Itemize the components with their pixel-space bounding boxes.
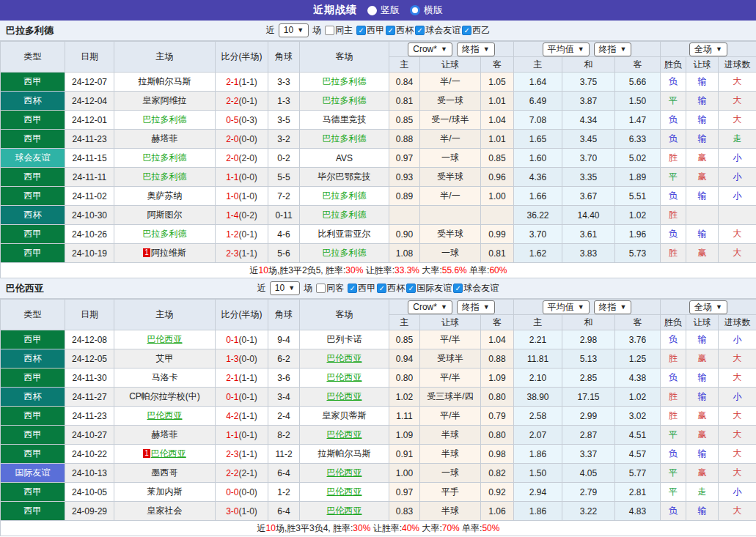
odds-away-cell: 0.80: [481, 426, 514, 445]
league-filter[interactable]: ✓西甲: [348, 282, 375, 295]
team-name[interactable]: 巴伦西亚: [151, 448, 186, 459]
checkbox-checked-icon[interactable]: ✓: [406, 284, 416, 293]
result-cell: 负: [661, 369, 686, 388]
avg-home-cell: 1.86: [514, 445, 562, 464]
summary-part: 让胜率:: [370, 523, 402, 533]
checkbox-checked-icon[interactable]: ✓: [462, 26, 471, 35]
handicap-result-cell: 输: [686, 225, 719, 244]
team-name[interactable]: 巴伦西亚: [327, 391, 362, 401]
date-cell: 24-10-30: [65, 206, 114, 225]
checkbox-checked-icon[interactable]: ✓: [348, 284, 357, 293]
fulltime-score: 1-3: [226, 354, 238, 364]
checkbox-checked-icon[interactable]: ✓: [356, 26, 366, 35]
average-select[interactable]: 平均值▼: [543, 300, 590, 314]
team-name[interactable]: 巴伦西亚: [327, 505, 362, 516]
team-name[interactable]: 巴伦西亚: [147, 410, 183, 421]
odds-away-cell: 0.79: [481, 407, 514, 426]
bookmaker-select[interactable]: Crow*▼: [408, 42, 452, 56]
team-name[interactable]: 巴伦西亚: [327, 429, 362, 440]
avg-home-cell: 3.70: [514, 225, 562, 244]
odds-stage-select[interactable]: 终指▼: [457, 42, 495, 56]
result-cell: 平: [661, 426, 686, 445]
goals-cell: 小: [719, 168, 756, 187]
league-filter[interactable]: ✓西乙: [462, 24, 490, 37]
fulltime-score: 2-0: [226, 153, 238, 163]
match-row: 西杯24-12-05艾甲1-3(0-0)6-2巴伦西亚0.94受球半0.8811…: [1, 349, 756, 369]
same-venue-filter[interactable]: 同主: [325, 24, 353, 37]
handicap-cell: 受一/球半: [420, 111, 481, 130]
league-filter[interactable]: ✓西甲: [356, 24, 384, 37]
bookmaker-group-header: Crow*▼ 终指▼: [389, 300, 514, 315]
results-table: 类型 日期 主场 比分(半场) 角球 客场 Crow*▼ 终指▼ 平均值▼ 终指…: [0, 41, 756, 278]
summary-part: 10: [259, 265, 268, 275]
match-type-cell: 西甲: [1, 426, 65, 445]
team-name[interactable]: 巴伦西亚: [327, 486, 362, 497]
average-group-header: 平均值▼ 终指▼: [514, 42, 661, 57]
radio-unselected-icon[interactable]: [367, 6, 377, 15]
avg-home-cell: 4.36: [514, 168, 562, 187]
avg-draw-cell: 3.37: [562, 445, 615, 464]
recent-count-value: 10: [284, 25, 293, 36]
fulltime-score: 0-0: [226, 487, 238, 497]
handicap-result-cell: 赢: [686, 426, 719, 445]
layout-option-horizontal[interactable]: 横版: [410, 4, 443, 17]
avg-draw-cell: 3.87: [562, 92, 615, 111]
team-name[interactable]: 巴伦西亚: [327, 372, 362, 382]
league-filter-label: 西甲: [367, 24, 384, 37]
recent-count-select[interactable]: 10 ▼: [270, 281, 300, 295]
league-filter[interactable]: ✓球会友谊: [453, 282, 499, 295]
corners-cell: 8-2: [268, 426, 300, 445]
checkbox-checked-icon[interactable]: ✓: [386, 26, 395, 35]
average-stage-select[interactable]: 终指▼: [594, 42, 632, 56]
checkbox-unchecked-icon[interactable]: [325, 26, 334, 35]
league-filter[interactable]: ✓球会友谊: [415, 24, 460, 37]
col-avg-home: 主: [514, 315, 562, 330]
match-row: 西甲24-12-07拉斯帕尔马斯2-1(1-1)3-3巴拉多利德0.84半/一1…: [1, 73, 756, 92]
home-team-cell: 皇家阿维拉: [114, 92, 216, 111]
team-name[interactable]: 巴伦西亚: [327, 353, 362, 363]
average-select[interactable]: 平均值▼: [543, 42, 590, 56]
team-name: CP帕尔拉学校(中): [129, 391, 200, 401]
avg-away-cell: 2.81: [615, 483, 661, 502]
same-venue-filter[interactable]: 同客: [316, 282, 344, 295]
layout-option-horizontal-label: 横版: [424, 4, 443, 17]
league-filter[interactable]: ✓西杯: [386, 24, 414, 37]
radio-selected-icon[interactable]: [410, 5, 420, 15]
odds-home-cell: 0.94: [389, 349, 420, 369]
bookmaker-select[interactable]: Crow*▼: [408, 300, 452, 314]
odds-away-cell: 1.05: [481, 73, 514, 92]
match-type-cell: 西杯: [1, 92, 65, 111]
away-team-cell: 巴伦西亚: [300, 464, 389, 483]
recent-count-select[interactable]: 10 ▼: [279, 23, 309, 37]
league-filter[interactable]: ✓国际友谊: [406, 282, 452, 295]
scope-select[interactable]: 全场▼: [689, 42, 727, 56]
team-name[interactable]: 巴伦西亚: [147, 334, 183, 344]
scope-select[interactable]: 全场▼: [689, 300, 727, 314]
handicap-result-cell: 赢: [686, 149, 719, 168]
fulltime-score: 2-1: [226, 77, 238, 87]
layout-option-vertical[interactable]: 竖版: [367, 4, 400, 17]
checkbox-unchecked-icon[interactable]: [316, 284, 326, 293]
team-name: 马德里竞技: [323, 114, 367, 125]
col-avg-draw: 和: [562, 57, 615, 73]
checkbox-checked-icon[interactable]: ✓: [415, 26, 425, 35]
date-cell: 24-11-30: [65, 369, 114, 388]
section-header: 巴拉多利德 近 10 ▼ 场 同主 ✓西甲✓西杯✓球会友谊✓西乙: [0, 21, 756, 41]
team-name[interactable]: 巴伦西亚: [327, 467, 362, 478]
avg-away-cell: 1.02: [615, 388, 661, 407]
average-stage-select[interactable]: 终指▼: [594, 300, 632, 314]
checkbox-checked-icon[interactable]: ✓: [453, 284, 463, 293]
bookmaker-group-header: Crow*▼ 终指▼: [389, 42, 514, 57]
home-team-cell: 赫塔菲: [114, 130, 216, 149]
corners-cell: 5-5: [268, 168, 300, 187]
odds-away-cell: 0.88: [481, 349, 514, 369]
odds-home-cell: 0.93: [389, 168, 420, 187]
checkbox-checked-icon[interactable]: ✓: [377, 284, 386, 293]
home-team-cell: 皇家社会: [114, 502, 216, 521]
odds-stage-select[interactable]: 终指▼: [457, 300, 495, 314]
handicap-cell: 受三球半/四: [420, 388, 481, 407]
corners-cell: 2-4: [268, 407, 300, 426]
league-filter[interactable]: ✓西杯: [377, 282, 405, 295]
avg-home-cell: 6.49: [514, 92, 562, 111]
avg-away-cell: 5.02: [615, 149, 661, 168]
